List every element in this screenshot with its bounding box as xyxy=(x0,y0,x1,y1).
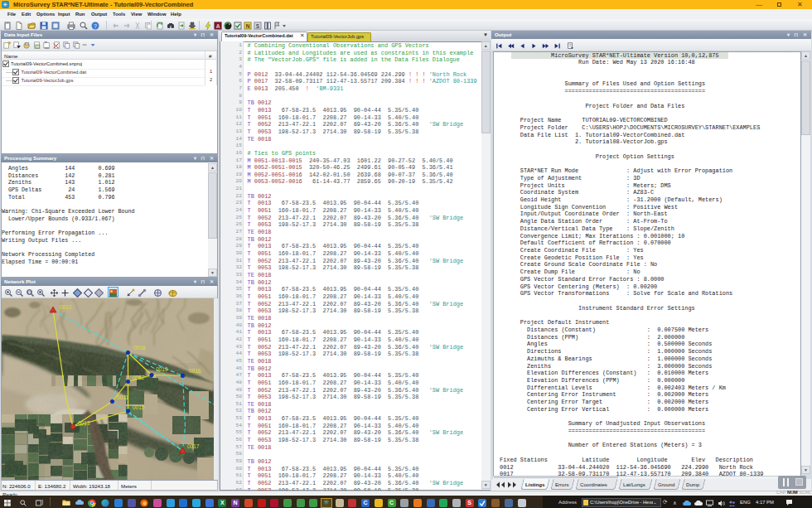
svg-text:0052: 0052 xyxy=(133,375,145,380)
svg-text:0019: 0019 xyxy=(156,366,168,372)
svg-text:N: N xyxy=(246,22,250,28)
svg-text:0015: 0015 xyxy=(133,404,145,410)
svg-text:0017: 0017 xyxy=(187,443,200,449)
svg-text:S: S xyxy=(256,22,260,28)
svg-text:A: A xyxy=(216,22,220,28)
svg-text:0012: 0012 xyxy=(60,304,72,310)
svg-text:0013: 0013 xyxy=(78,420,90,426)
svg-text:0018: 0018 xyxy=(133,345,146,351)
svg-text:?: ? xyxy=(94,22,97,28)
svg-text:0016: 0016 xyxy=(189,368,201,374)
svg-text:0011: 0011 xyxy=(117,394,128,400)
